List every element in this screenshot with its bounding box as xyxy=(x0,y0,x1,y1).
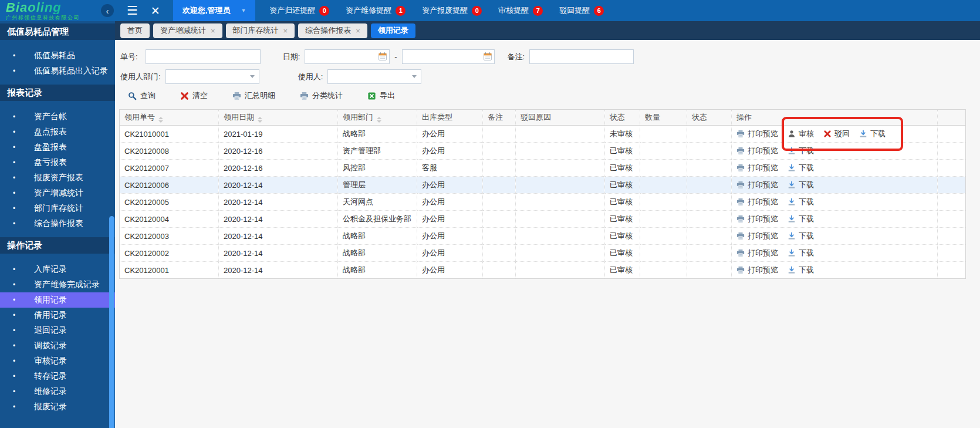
date-from-input[interactable] xyxy=(305,49,390,64)
close-icon[interactable]: ✕ xyxy=(151,4,160,18)
download-action-link[interactable]: 下载 xyxy=(788,197,814,207)
cell-actions: 打印预览下载 xyxy=(732,228,938,245)
tab-0[interactable]: 首页 xyxy=(120,23,150,38)
notification-item[interactable]: 资产报废提醒0 xyxy=(422,5,482,16)
sidebar-item-2-3[interactable]: •借用记录 xyxy=(0,308,115,323)
cell-remark xyxy=(483,194,516,211)
search-button[interactable]: 查询 xyxy=(128,90,156,101)
welcome-user-button[interactable]: 欢迎您,管理员 ▼ xyxy=(173,0,256,21)
sidebar-item-1-7[interactable]: •综合操作报表 xyxy=(0,216,115,231)
sidebar-scrollbar[interactable] xyxy=(109,216,114,428)
sidebar-item-2-9[interactable]: •报废记录 xyxy=(0,399,115,414)
download-action-link[interactable]: 下载 xyxy=(788,265,814,275)
sidebar-item-1-4[interactable]: •报废资产报表 xyxy=(0,170,115,186)
table-row[interactable]: CK201200072020-12-16风控部客服已审核打印预览下载 xyxy=(120,160,966,177)
user-select[interactable] xyxy=(327,69,421,84)
printer-button[interactable]: 汇总明细 xyxy=(232,90,275,101)
sidebar-item-2-6[interactable]: •审核记录 xyxy=(0,353,115,369)
notification-item[interactable]: 审核提醒7 xyxy=(498,5,543,16)
sidebar-item-2-7[interactable]: •转存记录 xyxy=(0,369,115,384)
download-action-link[interactable]: 下载 xyxy=(859,129,886,139)
printer-icon xyxy=(736,266,745,274)
cell-date: 2020-12-14 xyxy=(219,262,338,279)
sidebar-item-1-0[interactable]: •资产台帐 xyxy=(0,109,115,124)
column-header[interactable]: 领用单号 xyxy=(120,110,219,126)
sidebar-item-active[interactable]: •领用记录 xyxy=(0,292,115,308)
sidebar: 低值易耗品管理•低值易耗品•低值易耗品出入记录报表记录•资产台帐•盘点报表•盘盈… xyxy=(0,21,115,428)
tab-close-icon[interactable]: × xyxy=(283,27,288,35)
calendar-icon[interactable] xyxy=(483,52,492,61)
tab-2[interactable]: 部门库存统计× xyxy=(226,23,295,38)
tab-active[interactable]: 领用记录 xyxy=(371,23,415,38)
sort-icon[interactable] xyxy=(258,117,262,123)
sidebar-item-1-3[interactable]: •盘亏报表 xyxy=(0,155,115,170)
table-row[interactable]: CK201200082020-12-16资产管理部办公用已审核打印预览下载 xyxy=(120,143,966,160)
clear-button[interactable]: 清空 xyxy=(180,90,208,101)
notification-item[interactable]: 资产归还提醒0 xyxy=(269,5,329,16)
print-action-link[interactable]: 打印预览 xyxy=(736,197,778,207)
print-action-link[interactable]: 打印预览 xyxy=(736,265,778,275)
print-action-link[interactable]: 打印预览 xyxy=(736,163,778,173)
user-dept-select[interactable] xyxy=(165,69,259,84)
table-row[interactable]: CK201200022020-12-14战略部办公用已审核打印预览下载 xyxy=(120,245,966,262)
download-action-link[interactable]: 下载 xyxy=(788,180,814,190)
sidebar-item-label: 盘盈报表 xyxy=(34,142,67,153)
column-header[interactable]: 领用日期 xyxy=(219,110,338,126)
print-action-link[interactable]: 打印预览 xyxy=(736,248,778,258)
table-row[interactable]: CK201200052020-12-14天河网点办公用已审核打印预览下载 xyxy=(120,194,966,211)
export-button[interactable]: 导出 xyxy=(367,90,395,101)
remark-label: 备注: xyxy=(508,52,525,62)
tab-close-icon[interactable]: × xyxy=(356,27,360,35)
tab-3[interactable]: 综合操作报表× xyxy=(298,23,367,38)
sidebar-item-0-0[interactable]: •低值易耗品 xyxy=(0,48,115,63)
print-action-link[interactable]: 打印预览 xyxy=(736,231,778,241)
sidebar-item-2-0[interactable]: •入库记录 xyxy=(0,262,115,277)
remark-input[interactable] xyxy=(529,49,634,64)
reject-action-link[interactable]: 驳回 xyxy=(823,129,850,139)
toolbar-button-label: 导出 xyxy=(380,90,395,101)
table-row[interactable]: CK201200042020-12-14公积金及担保业务部办公用已审核打印预览下… xyxy=(120,211,966,228)
notification-item[interactable]: 驳回提醒6 xyxy=(559,5,604,16)
date-to-input[interactable] xyxy=(402,49,495,64)
collapse-sidebar-button[interactable]: ‹ xyxy=(101,4,114,17)
print-action-link[interactable]: 打印预览 xyxy=(736,214,778,224)
tab-close-icon[interactable]: × xyxy=(211,27,215,35)
calendar-icon[interactable] xyxy=(378,52,387,61)
table-row[interactable]: CK201200012020-12-14战略部办公用已审核打印预览下载 xyxy=(120,262,966,279)
download-action-link[interactable]: 下载 xyxy=(788,214,814,224)
sidebar-item-0-1[interactable]: •低值易耗品出入记录 xyxy=(0,63,115,79)
cell-out-type: 办公用 xyxy=(417,126,483,143)
hamburger-menu-icon[interactable]: ☰ xyxy=(127,4,138,18)
tab-1[interactable]: 资产增减统计× xyxy=(153,23,222,38)
sidebar-item-1-2[interactable]: •盘盈报表 xyxy=(0,140,115,155)
notification-item[interactable]: 资产维修提醒1 xyxy=(346,5,405,16)
sidebar-item-2-8[interactable]: •维修记录 xyxy=(0,384,115,399)
sort-icon[interactable] xyxy=(158,117,163,123)
sidebar-item-2-1[interactable]: •资产维修完成记录 xyxy=(0,277,115,292)
download-action-link[interactable]: 下载 xyxy=(788,146,814,156)
sort-icon[interactable] xyxy=(377,117,381,123)
column-header[interactable]: 领用部门 xyxy=(338,110,417,126)
export-icon xyxy=(367,92,376,100)
table-row[interactable]: CK210100012021-01-19战略部办公用未审核打印预览审核驳回下载 xyxy=(120,126,966,143)
print-action-link[interactable]: 打印预览 xyxy=(736,129,778,139)
sidebar-item-1-1[interactable]: •盘点报表 xyxy=(0,124,115,140)
bullet-icon: • xyxy=(13,342,18,350)
audit-action-link[interactable]: 审核 xyxy=(788,129,814,139)
sidebar-item-2-5[interactable]: •调拨记录 xyxy=(0,338,115,353)
order-no-input[interactable] xyxy=(146,49,261,64)
download-action-link[interactable]: 下载 xyxy=(788,248,814,258)
download-action-link[interactable]: 下载 xyxy=(788,231,814,241)
print-action-link[interactable]: 打印预览 xyxy=(736,146,778,156)
download-action-link[interactable]: 下载 xyxy=(788,163,814,173)
table-row[interactable]: CK201200062020-12-14管理层办公用已审核打印预览下载 xyxy=(120,177,966,194)
sidebar-item-1-5[interactable]: •资产增减统计 xyxy=(0,186,115,201)
sidebar-item-1-6[interactable]: •部门库存统计 xyxy=(0,201,115,216)
table-row[interactable]: CK201200032020-12-14战略部办公用已审核打印预览下载 xyxy=(120,228,966,245)
chevron-down-icon xyxy=(250,75,255,78)
sidebar-section-items: •入库记录•资产维修完成记录•领用记录•借用记录•退回记录•调拨记录•审核记录•… xyxy=(0,262,115,414)
printer-button[interactable]: 分类统计 xyxy=(300,90,343,101)
print-action-link[interactable]: 打印预览 xyxy=(736,180,778,190)
sidebar-item-2-4[interactable]: •退回记录 xyxy=(0,323,115,338)
cell-reject-reason xyxy=(516,245,605,262)
